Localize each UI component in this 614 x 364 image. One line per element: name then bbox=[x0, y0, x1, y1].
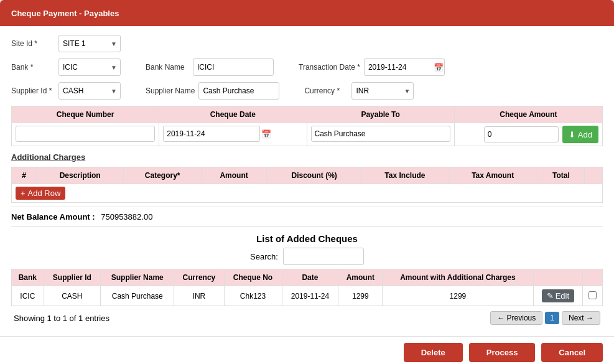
plus-icon: + bbox=[21, 189, 26, 198]
bank-select[interactable]: ICIC bbox=[58, 58, 121, 76]
list-title: List of Added Cheques bbox=[11, 233, 603, 244]
net-balance-label: Net Balance Amount : bbox=[11, 212, 95, 222]
page-body: Site Id * SITE 1 ▼ Bank * ICIC ▼ bbox=[0, 26, 614, 336]
supplier-name-group: Supplier Name Cash Purchase bbox=[146, 82, 279, 100]
cheque-amount-input[interactable]: 0 bbox=[484, 126, 559, 142]
list-cheque-no-header: Cheque No bbox=[224, 269, 282, 286]
list-date-cell: 2019-11-24 bbox=[282, 286, 338, 306]
list-edit-cell: ✎ Edit bbox=[533, 286, 583, 306]
bank-name-input[interactable]: ICICI bbox=[193, 58, 274, 76]
charges-tax-include-header: Tax Include bbox=[362, 167, 449, 184]
list-table-header-row: Bank Supplier Id Supplier Name Currency … bbox=[12, 269, 603, 286]
list-action-header bbox=[533, 269, 583, 286]
list-check-header bbox=[583, 269, 603, 286]
next-button[interactable]: Next → bbox=[562, 311, 600, 325]
list-supplier-id-cell: CASH bbox=[44, 286, 100, 306]
txn-date-input[interactable]: 2019-11-24 bbox=[364, 58, 445, 76]
supplier-name-label: Supplier Name bbox=[146, 86, 195, 95]
currency-select[interactable]: INR bbox=[351, 82, 414, 100]
charges-tax-amount-header: Tax Amount bbox=[448, 167, 537, 184]
cheque-table-header: Cheque Number Cheque Date Payable To Che… bbox=[11, 106, 603, 123]
supplier-id-select[interactable]: CASH bbox=[58, 82, 121, 100]
txn-date-calendar-icon[interactable]: 📅 bbox=[434, 63, 444, 72]
charges-action-header bbox=[585, 167, 603, 184]
cheque-table-row: 2019-11-24 📅 Cash Purchase 0 ⬇ Add bbox=[11, 123, 603, 146]
list-section: List of Added Cheques Search: Bank Suppl… bbox=[11, 233, 603, 325]
edit-button[interactable]: ✎ Edit bbox=[542, 289, 574, 302]
currency-select-wrap[interactable]: INR ▼ bbox=[351, 82, 414, 100]
main-container: Cheque Payment - Payables Site Id * SITE… bbox=[0, 0, 614, 364]
list-amount-header: Amount bbox=[338, 269, 383, 286]
list-date-header: Date bbox=[282, 269, 338, 286]
net-balance-value: 750953882.00 bbox=[101, 212, 152, 222]
edit-icon: ✎ bbox=[547, 291, 554, 301]
cheque-date-cell: 2019-11-24 📅 bbox=[159, 123, 307, 146]
charges-table: # Description Category* Amount Discount … bbox=[11, 167, 603, 203]
site-row: Site Id * SITE 1 ▼ bbox=[11, 35, 603, 52]
supplier-id-group: Supplier Id * CASH ▼ bbox=[11, 82, 121, 100]
charges-amount-header: Amount bbox=[201, 167, 266, 184]
list-supplier-name-header: Supplier Name bbox=[101, 269, 174, 286]
site-id-label: Site Id * bbox=[11, 39, 55, 48]
charges-add-row: + Add Row bbox=[12, 184, 603, 203]
payable-to-input[interactable]: Cash Purchase bbox=[311, 126, 450, 142]
txn-date-label: Transaction Date * bbox=[299, 63, 360, 72]
site-group: Site Id * SITE 1 ▼ bbox=[11, 35, 121, 52]
list-table: Bank Supplier Id Supplier Name Currency … bbox=[11, 269, 603, 306]
additional-charges-section: Additional Charges # Description Categor… bbox=[11, 152, 603, 203]
bank-row: Bank * ICIC ▼ Bank Name ICICI Transactio… bbox=[11, 58, 603, 76]
cheque-number-header: Cheque Number bbox=[12, 106, 159, 123]
divider-2 bbox=[11, 226, 603, 227]
process-button[interactable]: Process bbox=[469, 343, 536, 362]
charges-desc-header: Description bbox=[37, 167, 124, 184]
list-bank-header: Bank bbox=[12, 269, 44, 286]
prev-button[interactable]: ← Previous bbox=[490, 311, 542, 325]
charges-cat-header: Category* bbox=[124, 167, 202, 184]
cheque-date-header: Cheque Date bbox=[159, 106, 307, 123]
list-currency-header: Currency bbox=[174, 269, 224, 286]
supplier-id-label: Supplier Id * bbox=[11, 86, 55, 95]
row-checkbox[interactable] bbox=[588, 291, 597, 299]
cheque-amount-header: Cheque Amount bbox=[455, 106, 602, 123]
charges-total-header: Total bbox=[537, 167, 585, 184]
pagination-controls: ← Previous 1 Next → bbox=[490, 311, 600, 325]
list-amount-cell: 1299 bbox=[338, 286, 383, 306]
footer-buttons: Delete Process Cancel bbox=[0, 336, 614, 364]
charges-discount-header: Discount (%) bbox=[267, 167, 362, 184]
list-amount-charges-cell: 1299 bbox=[383, 286, 533, 306]
search-label: Search: bbox=[250, 252, 278, 261]
list-supplier-name-cell: Cash Purchase bbox=[101, 286, 174, 306]
cheque-number-input[interactable] bbox=[16, 126, 155, 142]
supplier-row: Supplier Id * CASH ▼ Supplier Name Cash … bbox=[11, 82, 603, 100]
cheque-section: Cheque Number Cheque Date Payable To Che… bbox=[11, 106, 603, 146]
bank-select-wrap[interactable]: ICIC ▼ bbox=[58, 58, 121, 76]
additional-charges-title: Additional Charges bbox=[11, 152, 603, 162]
delete-button[interactable]: Delete bbox=[404, 343, 463, 362]
list-currency-cell: INR bbox=[174, 286, 224, 306]
supplier-id-select-wrap[interactable]: CASH ▼ bbox=[58, 82, 121, 100]
site-id-select-wrap[interactable]: SITE 1 ▼ bbox=[58, 35, 121, 52]
add-row-button[interactable]: + Add Row bbox=[16, 187, 65, 200]
site-id-select[interactable]: SITE 1 bbox=[58, 35, 121, 52]
cheque-date-input[interactable]: 2019-11-24 bbox=[163, 126, 260, 142]
supplier-name-input[interactable]: Cash Purchase bbox=[198, 82, 279, 100]
search-input[interactable] bbox=[283, 248, 364, 265]
charges-table-body: + Add Row bbox=[12, 184, 603, 203]
currency-label: Currency * bbox=[304, 86, 348, 95]
add-cheque-button[interactable]: ⬇ Add bbox=[562, 126, 598, 143]
cheque-date-wrap: 2019-11-24 📅 bbox=[163, 126, 275, 142]
cheque-number-cell bbox=[12, 123, 159, 146]
bank-group: Bank * ICIC ▼ bbox=[11, 58, 121, 76]
list-amount-charges-header: Amount with Additional Charges bbox=[383, 269, 533, 286]
bank-name-group: Bank Name ICICI bbox=[146, 58, 274, 76]
download-icon: ⬇ bbox=[569, 130, 575, 139]
payable-to-cell: Cash Purchase bbox=[307, 123, 455, 146]
charges-add-row-cell: + Add Row bbox=[12, 184, 603, 203]
search-row: Search: bbox=[11, 248, 603, 265]
list-table-body: ICIC CASH Cash Purchase INR Chk123 2019-… bbox=[12, 286, 603, 306]
txn-date-group: Transaction Date * 2019-11-24 📅 bbox=[299, 58, 445, 76]
cancel-button[interactable]: Cancel bbox=[541, 343, 603, 362]
txn-date-wrap: 2019-11-24 📅 bbox=[364, 58, 445, 76]
cheque-date-calendar-icon[interactable]: 📅 bbox=[261, 129, 271, 139]
list-cheque-no-cell: Chk123 bbox=[224, 286, 282, 306]
